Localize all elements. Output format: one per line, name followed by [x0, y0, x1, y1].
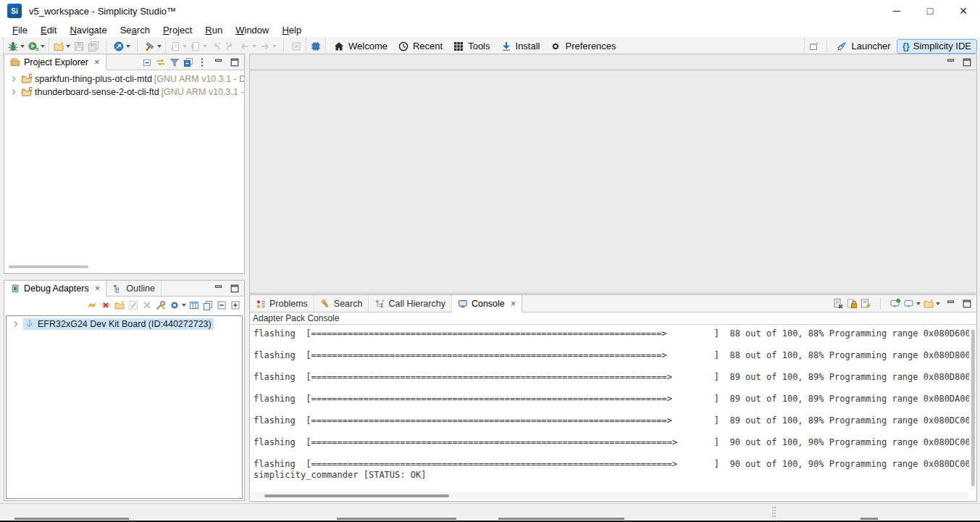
console-output[interactable]: flashing [==============================…: [251, 327, 969, 491]
filter-icon[interactable]: [169, 57, 180, 68]
maximize-view-button[interactable]: [962, 299, 972, 309]
copy-view-button[interactable]: [202, 299, 214, 311]
dropdown-arrow-icon[interactable]: [157, 45, 162, 48]
display-console-button[interactable]: [903, 298, 921, 310]
pin-console-button[interactable]: [889, 298, 901, 310]
recent-button[interactable]: Recent: [393, 39, 448, 54]
annotation-icon: [190, 41, 201, 52]
close-tab-icon[interactable]: ×: [511, 298, 516, 309]
maximize-view-button[interactable]: [230, 283, 240, 294]
new-wizard-button[interactable]: [51, 39, 72, 54]
tree-row-sparkfun[interactable]: C sparkfun-thing-plus-ot-cli-mtd [GNU AR…: [4, 72, 244, 86]
maximize-button[interactable]: □: [913, 0, 947, 22]
chevron-right-icon[interactable]: [9, 74, 19, 84]
tree-row-thunderboard[interactable]: C thunderboard-sense-2-ot-cli-ftd [GNU A…: [4, 86, 244, 99]
window-controls: ─ □ ×: [880, 0, 980, 22]
clipped-status-text: [498, 518, 624, 520]
dropdown-arrow-icon[interactable]: [936, 302, 940, 305]
tree-row-efr32-board[interactable]: EFR32xG24 Dev Kit Board (ID:440272723): [7, 318, 242, 331]
clear-console-button[interactable]: [832, 298, 844, 310]
svg-text:C: C: [29, 86, 33, 91]
trim-drag-handle[interactable]: [772, 507, 776, 517]
open-perspective-button[interactable]: [807, 39, 821, 54]
vertical-scrollbar-thumb[interactable]: [971, 330, 975, 486]
dropdown-arrow-icon[interactable]: [66, 45, 70, 48]
packages-icon[interactable]: [183, 57, 194, 68]
close-tab-icon[interactable]: ×: [94, 57, 100, 67]
console-tabrow: Problems Search Call Hierarchy Console ×: [250, 295, 976, 312]
menu-file[interactable]: File: [6, 23, 34, 37]
dropdown-arrow-icon[interactable]: [41, 45, 45, 48]
view-menu-icon[interactable]: [196, 57, 208, 68]
open-console-button[interactable]: [923, 298, 940, 310]
connect-button[interactable]: [86, 299, 98, 311]
dropdown-arrow-icon[interactable]: [182, 304, 186, 307]
close-button[interactable]: ×: [947, 0, 980, 22]
rocket-icon: [836, 41, 847, 52]
menu-project[interactable]: Project: [156, 23, 198, 37]
delete-button: [141, 299, 153, 311]
tab-search[interactable]: Search: [314, 295, 369, 312]
close-tab-icon[interactable]: ×: [95, 283, 101, 294]
menu-search[interactable]: Search: [114, 23, 156, 37]
dropdown-arrow-icon[interactable]: [20, 45, 25, 48]
preferences-button[interactable]: Preferences: [545, 39, 621, 54]
dropdown-arrow-icon: [252, 45, 256, 48]
scroll-lock-button[interactable]: [846, 298, 858, 310]
pin-editor-icon: [290, 41, 302, 52]
expand-all-button[interactable]: [230, 299, 241, 311]
run-button[interactable]: [26, 39, 46, 54]
disconnect-button[interactable]: [100, 299, 112, 311]
chevron-right-icon[interactable]: [9, 87, 19, 97]
dropdown-arrow-icon[interactable]: [126, 45, 130, 48]
menu-help[interactable]: Help: [275, 23, 308, 37]
new-group-button[interactable]: [114, 299, 125, 311]
tab-console[interactable]: Console ×: [452, 295, 522, 312]
minimize-view-button[interactable]: [946, 299, 956, 309]
debug-adapters-tree: EFR32xG24 Dev Kit Board (ID:440272723): [6, 315, 243, 499]
table-columns-button[interactable]: [188, 299, 200, 311]
menu-navigate[interactable]: Navigate: [63, 23, 113, 37]
maximize-view-button[interactable]: [230, 57, 240, 67]
build-button[interactable]: [143, 39, 163, 54]
chevron-right-icon[interactable]: [11, 319, 21, 329]
install-button[interactable]: Install: [495, 39, 545, 54]
debug-button[interactable]: [6, 39, 26, 54]
selected-adapter[interactable]: EFR32xG24 Dev Kit Board (ID:440272723): [23, 318, 214, 330]
menu-edit[interactable]: Edit: [34, 23, 63, 37]
tools-button[interactable]: Tools: [448, 39, 495, 54]
tab-problems[interactable]: Problems: [250, 295, 314, 312]
link-with-editor-icon[interactable]: [155, 57, 167, 68]
word-wrap-button[interactable]: [860, 298, 871, 310]
flashlight-icon: [320, 299, 330, 309]
minimize-view-button[interactable]: [214, 283, 224, 294]
perspective-launcher-button[interactable]: Launcher: [830, 39, 896, 54]
collapse-all-button[interactable]: [141, 57, 153, 68]
update-software-button[interactable]: [112, 39, 132, 54]
bug-icon: [7, 41, 19, 52]
tab-debug-adapters[interactable]: Debug Adapters ×: [4, 281, 106, 297]
editor-area: [249, 54, 977, 294]
tab-call-hierarchy[interactable]: Call Hierarchy: [369, 295, 452, 312]
welcome-button[interactable]: Welcome: [328, 39, 393, 54]
adapter-tools-button[interactable]: [155, 299, 167, 311]
menu-run[interactable]: Run: [198, 23, 229, 37]
dropdown-arrow-icon[interactable]: [916, 302, 921, 305]
console-panel: Problems Search Call Hierarchy Console ×: [249, 294, 977, 502]
perspective-simplicity-ide-button[interactable]: {} Simplicity IDE: [897, 39, 977, 54]
maximize-view-button[interactable]: [962, 57, 972, 67]
tab-outline[interactable]: Outline: [106, 281, 162, 296]
minimize-view-button[interactable]: [946, 57, 956, 67]
debug-adapters-toolbar: [4, 297, 244, 314]
save-icon: [73, 41, 85, 52]
back-star-arrow-icon: [210, 41, 222, 52]
adapter-settings-button[interactable]: [169, 299, 186, 311]
horizontal-scrollbar[interactable]: [9, 265, 88, 268]
horizontal-scrollbar-thumb[interactable]: [264, 494, 449, 497]
menu-window[interactable]: Window: [229, 23, 275, 37]
collapse-all-button[interactable]: [216, 299, 227, 311]
minimize-view-button[interactable]: [214, 57, 224, 67]
minimize-button[interactable]: ─: [880, 0, 913, 22]
flash-programmer-button[interactable]: [309, 39, 323, 54]
tab-project-explorer[interactable]: Project Explorer ×: [4, 54, 106, 70]
